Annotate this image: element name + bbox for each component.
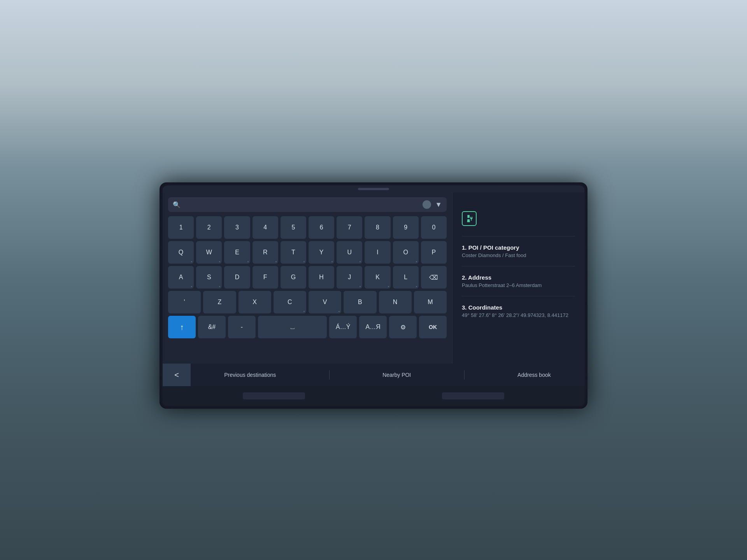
key-f[interactable]: F bbox=[253, 266, 278, 289]
key-g[interactable]: G bbox=[281, 266, 306, 289]
bottom-nav: < Previous destinations Nearby POI Addre… bbox=[163, 364, 584, 386]
search-bar[interactable]: 🔍 ▼ bbox=[168, 197, 447, 212]
info-section-poi: 1. POI / POI category Coster Diamonds / … bbox=[462, 244, 575, 258]
divider-2 bbox=[462, 266, 575, 266]
key-5[interactable]: 5 bbox=[281, 216, 306, 239]
key-x[interactable]: X bbox=[238, 291, 271, 313]
key-p[interactable]: P bbox=[421, 241, 447, 264]
info-section-address: 2. Address Paulus Potterstraat 2–6 Amste… bbox=[462, 274, 575, 288]
divider-1 bbox=[462, 236, 575, 236]
drag-handle bbox=[358, 188, 389, 190]
key-e[interactable]: E bbox=[224, 241, 250, 264]
tab-previous-destinations[interactable]: Previous destinations bbox=[218, 369, 282, 381]
key-hyphen[interactable]: - bbox=[228, 316, 256, 338]
key-t[interactable]: T bbox=[281, 241, 306, 264]
key-r[interactable]: R bbox=[253, 241, 278, 264]
key-7[interactable]: 7 bbox=[337, 216, 362, 239]
nav-divider-2 bbox=[464, 370, 465, 380]
key-0[interactable]: 0 bbox=[421, 216, 447, 239]
info-section-poi-title: 1. POI / POI category bbox=[462, 244, 575, 251]
shift-key[interactable]: ↑ bbox=[168, 316, 196, 338]
key-d[interactable]: D bbox=[224, 266, 250, 289]
key-l[interactable]: L bbox=[393, 266, 419, 289]
info-section-coords-title: 3. Coordinates bbox=[462, 304, 575, 311]
clear-button[interactable] bbox=[423, 200, 431, 209]
key-b[interactable]: B bbox=[344, 291, 376, 313]
vent-slot-1 bbox=[243, 392, 305, 399]
key-8[interactable]: 8 bbox=[365, 216, 390, 239]
key-u[interactable]: U bbox=[337, 241, 362, 264]
key-a[interactable]: A bbox=[168, 266, 194, 289]
key-s[interactable]: S bbox=[196, 266, 222, 289]
number-row: 1 2 3 4 5 6 7 8 9 0 bbox=[168, 216, 447, 239]
key-9[interactable]: 9 bbox=[393, 216, 419, 239]
key-6[interactable]: 6 bbox=[309, 216, 334, 239]
screen-inner: 🔍 ▼ 1 2 3 4 5 6 7 8 bbox=[163, 186, 584, 406]
key-j[interactable]: J bbox=[337, 266, 362, 289]
row-asdf: A S D F G H J K L ⌫ bbox=[168, 266, 447, 289]
key-4[interactable]: 4 bbox=[253, 216, 278, 239]
row-qwerty: Q W E R T Y U I O P bbox=[168, 241, 447, 264]
key-m[interactable]: M bbox=[414, 291, 447, 313]
key-c[interactable]: C bbox=[274, 291, 306, 313]
key-w[interactable]: W bbox=[196, 241, 222, 264]
key-v[interactable]: V bbox=[309, 291, 341, 313]
key-3[interactable]: 3 bbox=[224, 216, 250, 239]
key-accented-latin[interactable]: Á…Ý bbox=[329, 316, 357, 338]
key-2[interactable]: 2 bbox=[196, 216, 222, 239]
row-special: ↑ &# - ⎵ Á…Ý А…Я ⚙ OK bbox=[168, 316, 447, 338]
nav-divider-1 bbox=[329, 370, 330, 380]
key-settings[interactable]: ⚙ bbox=[389, 316, 417, 338]
key-apostrophe[interactable]: ' bbox=[168, 291, 201, 313]
info-section-coordinates: 3. Coordinates 49° 58' 27.6" 8° 26' 28.2… bbox=[462, 304, 575, 318]
car-screen-bezel: 🔍 ▼ 1 2 3 4 5 6 7 8 bbox=[160, 182, 587, 409]
divider-3 bbox=[462, 296, 575, 296]
back-button[interactable]: < bbox=[163, 364, 191, 386]
ok-key[interactable]: OK bbox=[419, 316, 447, 338]
vent-slot-2 bbox=[442, 392, 504, 399]
ev-charging-row[interactable] bbox=[462, 209, 575, 228]
info-sub-3: 49° 58' 27.6" 8° 26' 28.2"/ 49.974323, 8… bbox=[462, 312, 575, 318]
nav-tabs: Previous destinations Nearby POI Address… bbox=[191, 369, 584, 381]
key-ampersand[interactable]: &# bbox=[198, 316, 226, 338]
row-zxcv: ' Z X C V B N M bbox=[168, 291, 447, 313]
main-area: 🔍 ▼ 1 2 3 4 5 6 7 8 bbox=[163, 192, 584, 364]
key-i[interactable]: I bbox=[365, 241, 390, 264]
key-o[interactable]: O bbox=[393, 241, 419, 264]
tab-nearby-poi[interactable]: Nearby POI bbox=[376, 369, 417, 381]
key-h[interactable]: H bbox=[309, 266, 334, 289]
space-key[interactable]: ⎵ bbox=[258, 316, 327, 338]
info-panel: 1. POI / POI category Coster Diamonds / … bbox=[452, 192, 584, 364]
key-n[interactable]: N bbox=[379, 291, 412, 313]
key-k[interactable]: K bbox=[365, 266, 390, 289]
ev-charging-icon bbox=[462, 211, 477, 226]
keyboard-rows: 1 2 3 4 5 6 7 8 9 0 Q W bbox=[168, 216, 447, 359]
bottom-vent bbox=[163, 386, 584, 406]
filter-icon[interactable]: ▼ bbox=[435, 201, 442, 209]
info-sub-2: Paulus Potterstraat 2–6 Amsterdam bbox=[462, 282, 575, 288]
search-icon: 🔍 bbox=[173, 201, 181, 208]
key-z[interactable]: Z bbox=[203, 291, 236, 313]
tab-address-book[interactable]: Address book bbox=[511, 369, 557, 381]
key-y[interactable]: Y bbox=[309, 241, 334, 264]
key-cyrillic[interactable]: А…Я bbox=[359, 316, 387, 338]
info-sub-1: Coster Diamonds / Fast food bbox=[462, 252, 575, 258]
info-section-address-title: 2. Address bbox=[462, 274, 575, 281]
key-1[interactable]: 1 bbox=[168, 216, 194, 239]
backspace-key[interactable]: ⌫ bbox=[421, 266, 447, 289]
key-q[interactable]: Q bbox=[168, 241, 194, 264]
keyboard-panel: 🔍 ▼ 1 2 3 4 5 6 7 8 bbox=[163, 192, 452, 364]
